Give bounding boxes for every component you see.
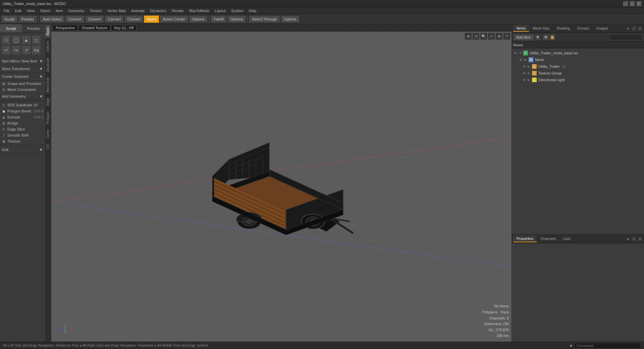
eye-texture-group[interactable]: 👁 (522, 71, 527, 76)
polygon-bevel-item[interactable]: ◼ Polygon Bevel Shift-B (0, 108, 45, 114)
lock-all[interactable]: 🔒 (549, 34, 555, 40)
viewport-settings-btn[interactable]: ⚙ (496, 33, 502, 40)
menu-dynamics[interactable]: Dynamics (148, 8, 169, 13)
command-input[interactable] (574, 343, 641, 349)
tab-meshops[interactable]: Mesh Ops (529, 25, 553, 32)
options-button-1[interactable]: Options (189, 15, 208, 23)
menu-file[interactable]: File (1, 8, 12, 13)
tree-item-utility-trailer[interactable]: 👁 ▶ G Utility_Trailer (2) (512, 63, 644, 70)
menu-layout[interactable]: Layout (212, 8, 228, 13)
convert-button-2[interactable]: Convert (85, 15, 104, 23)
expand-mesh[interactable]: ▶ (524, 58, 528, 61)
mesh-constraints-item[interactable]: ⊡ Mesh Constraints (0, 87, 45, 93)
tab-shading[interactable]: Shading (553, 25, 573, 32)
icon-redo[interactable]: ↪ (11, 45, 21, 55)
side-tab-meshedit[interactable]: Mesh Edit (45, 74, 51, 95)
menu-help[interactable]: Help (247, 8, 259, 13)
item-menu-header[interactable]: Item Menu: New Item ▼ (1, 58, 44, 64)
sculpt-tab[interactable]: Sculpt (0, 24, 22, 33)
menu-geometry[interactable]: Geometry (66, 8, 87, 13)
bottom-panel-expand[interactable]: ⤢ (631, 236, 637, 242)
viewport-rotate-btn[interactable]: ⊕ (465, 33, 472, 40)
close-button[interactable]: ✕ (637, 1, 641, 6)
center-selected-header[interactable]: Center Selected ▼ (1, 74, 44, 79)
convert-button-4[interactable]: Convert (124, 15, 144, 23)
options-button-3[interactable]: Options (281, 15, 300, 23)
tab-properties[interactable]: Properties (513, 236, 537, 242)
convert-button-3[interactable]: Convert (105, 15, 124, 23)
side-tab-basic[interactable]: Basic (45, 24, 51, 38)
side-tab-deform[interactable]: Deform (45, 38, 51, 55)
panel-more-btn[interactable]: ≡ (637, 26, 643, 31)
menu-system[interactable]: System (229, 8, 246, 13)
transforms-header[interactable]: More Transforms ▼ (1, 66, 44, 71)
side-tab-duplicate[interactable]: Duplicate (45, 55, 51, 74)
icon-circle[interactable]: ◯ (11, 35, 21, 45)
tab-images[interactable]: Images (593, 25, 612, 32)
menu-edit[interactable]: Edit (13, 8, 24, 13)
expand-texture-group[interactable]: ▶ (528, 71, 531, 75)
presets-tab[interactable]: Presets (22, 24, 45, 33)
convert-button-1[interactable]: Convert (65, 15, 85, 23)
viewport[interactable]: ⊕ ↺ 🔍 ⤢ ⚙ ? X Z Y No Items (51, 32, 512, 342)
icon-tri[interactable]: ▲ (21, 35, 31, 45)
viewport-tab-perspective[interactable]: Perspective (53, 25, 78, 31)
eye-toggle-all[interactable]: 👁 (543, 34, 549, 40)
tab-items[interactable]: Items (513, 25, 529, 32)
side-tab-edge[interactable]: Edge (45, 95, 51, 108)
menu-render[interactable]: Render (169, 8, 186, 13)
extrude-item[interactable]: ▲ Extrude Shift-X (0, 114, 45, 120)
tab-lists[interactable]: Lists (560, 236, 574, 242)
icon-move[interactable]: ↗ (21, 45, 31, 55)
icon-sphere[interactable]: ⬡ (1, 35, 11, 45)
bridge-item[interactable]: ⊟ Bridge (0, 120, 45, 126)
tree-item-mesh[interactable]: 👁 ▶ M Mesh (512, 56, 644, 63)
snaps-precision-item[interactable]: ⊞ Snaps and Precision (0, 81, 45, 87)
action-center-button[interactable]: Action Center (160, 15, 188, 23)
viewport-fit-btn[interactable]: ⤢ (488, 33, 495, 40)
edit-header[interactable]: Edit ▼ (1, 147, 44, 152)
select-through-button[interactable]: Select Through (249, 15, 280, 23)
auto-select-button[interactable]: Auto Select (40, 15, 65, 23)
viewport-zoom-btn[interactable]: 🔍 (480, 33, 487, 40)
tab-groups[interactable]: Groups (574, 25, 592, 32)
side-tab-uv[interactable]: UV (45, 141, 51, 152)
minimize-button[interactable]: ─ (623, 1, 628, 6)
icon-rect[interactable]: ◻ (32, 35, 41, 45)
menu-animate[interactable]: Animate (129, 8, 147, 13)
menu-maxtomodo[interactable]: MaxToModo (187, 8, 212, 13)
menu-texture[interactable]: Texture (88, 8, 104, 13)
side-tab-curve[interactable]: Curve (45, 127, 51, 141)
expand-directional-light[interactable]: ▶ (528, 78, 531, 82)
items-button[interactable]: Items (144, 15, 159, 23)
panel-expand-btn[interactable]: ⤢ (631, 26, 637, 31)
icon-text[interactable]: Aa (32, 45, 41, 55)
add-tab-button[interactable]: + (627, 26, 630, 31)
viewport-reset-btn[interactable]: ↺ (473, 33, 479, 40)
viewport-help-btn[interactable]: ? (503, 33, 510, 40)
options-button-2[interactable]: Options (227, 15, 246, 23)
add-item-button[interactable]: Add Item (513, 34, 534, 41)
tree-item-texture-group[interactable]: 👁 ▶ T Texture Group (512, 70, 644, 77)
filter-items-input[interactable] (609, 34, 643, 40)
maximize-button[interactable]: □ (630, 1, 635, 6)
tree-item-root[interactable]: 👁 ▼ F Utility_Trailer_modo_base.lxo (512, 50, 644, 56)
scene-tree[interactable]: 👁 ▼ F Utility_Trailer_modo_base.lxo 👁 ▶ … (512, 48, 644, 234)
tree-item-directional-light[interactable]: 👁 ▶ L Directional Light (512, 77, 644, 83)
edge-slice-item[interactable]: ✂ Edge Slice (0, 126, 45, 132)
presets-button[interactable]: Presets (18, 15, 37, 23)
expand-utility-trailer[interactable]: ▶ (528, 65, 531, 68)
viewport-tab-shaded[interactable]: Shaded Texture (78, 25, 110, 31)
menu-vertexmap[interactable]: Vertex Map (105, 8, 128, 13)
menu-item[interactable]: Item (53, 8, 65, 13)
menu-view[interactable]: View (24, 8, 37, 13)
viewport-tab-raygl[interactable]: Ray GL: Off (111, 25, 137, 31)
eye-root[interactable]: 👁 (513, 51, 518, 55)
tab-channels[interactable]: Channels (537, 236, 559, 242)
bottom-panel-more[interactable]: ≡ (637, 236, 643, 242)
add-geometry-header[interactable]: Add Geometry ▼ (1, 94, 44, 99)
eye-directional-light[interactable]: 👁 (522, 78, 527, 82)
eye-mesh[interactable]: 👁 (519, 57, 523, 62)
icon-undo[interactable]: ↩ (1, 45, 11, 55)
sculpt-button[interactable]: Sculpt (1, 15, 18, 23)
